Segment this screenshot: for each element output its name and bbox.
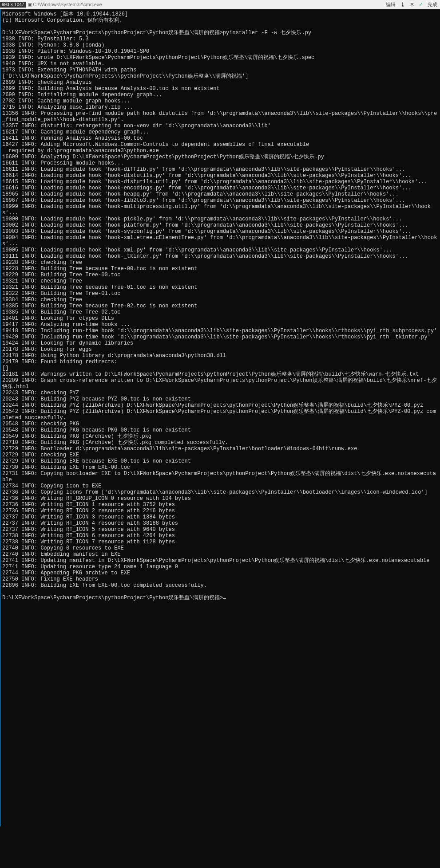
terminal-output[interactable]: Microsoft Windows [版本 10.0.19044.1826] (… bbox=[0, 9, 440, 826]
toolbar: 编辑 ⭳ ✕ ✓ 完成 bbox=[383, 1, 440, 8]
edit-button[interactable]: 编辑 bbox=[386, 1, 396, 8]
check-icon[interactable]: ✓ bbox=[419, 1, 423, 8]
dimension-badge: 993 × 1047 bbox=[0, 2, 26, 8]
done-button[interactable]: 完成 bbox=[428, 1, 437, 8]
cursor bbox=[223, 598, 226, 599]
window-title: C:\Windows\System32\cmd.exe bbox=[33, 2, 102, 7]
close-icon[interactable]: ✕ bbox=[410, 1, 414, 8]
window-title-bar: 993 × 1047 ▣ C:\Windows\System32\cmd.exe… bbox=[0, 0, 440, 9]
download-icon[interactable]: ⭳ bbox=[400, 1, 405, 8]
cmd-icon: ▣ bbox=[28, 2, 32, 8]
